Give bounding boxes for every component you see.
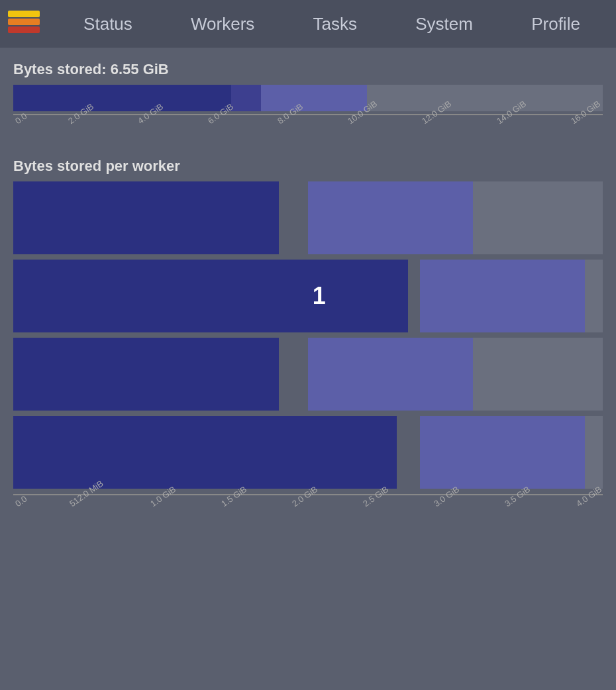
worker-bar-4-dark [13, 416, 397, 489]
x-ticks: 0.0 2.0 GiB 4.0 GiB 6.0 GiB 8.0 GiB [13, 115, 603, 128]
x-tick-10: 10.0 GiB [346, 115, 380, 128]
bytes-per-worker-chart: Bytes stored per worker 1 [13, 158, 603, 518]
worker-x-tick-3.5g: 3.5 GiB [503, 498, 531, 511]
bytes-stored-bar: 0.0 2.0 GiB 4.0 GiB 6.0 GiB 8.0 GiB [13, 85, 603, 138]
worker-x-axis: 0.0 512.0 MiB 1.0 GiB 1.5 GiB 2.0 GiB 2.… [13, 494, 603, 518]
worker-x-tick-0: 0.0 [13, 498, 25, 511]
nav-tasks[interactable]: Tasks [300, 7, 370, 41]
worker-x-tick-2g: 2.0 GiB [290, 498, 319, 511]
x-tick-4: 4.0 GiB [136, 115, 164, 128]
x-tick-8: 8.0 GiB [276, 115, 304, 128]
worker-bar-2: 1 [13, 260, 603, 332]
worker-bar-4 [13, 416, 603, 489]
nav-status[interactable]: Status [70, 7, 146, 41]
bar-segment-dark [13, 85, 231, 111]
bar-segment-light [261, 85, 367, 111]
worker-x-tick-2.5g: 2.5 GiB [361, 498, 389, 511]
bytes-stored-chart: Bytes stored: 6.55 GiB 0.0 2.0 GiB [13, 61, 603, 138]
navbar: Status Workers Tasks System Profile [0, 0, 616, 48]
worker-bar-1-dark [13, 181, 279, 254]
svg-rect-2 [8, 11, 40, 17]
x-tick-14: 14.0 GiB [495, 115, 529, 128]
worker-bar-3-light [308, 338, 473, 411]
nav-profile[interactable]: Profile [518, 7, 593, 41]
bar-segment-medium [231, 85, 261, 111]
worker-bar-2-dark [13, 260, 408, 332]
worker-bar-1 [13, 181, 603, 254]
worker-x-tick-4g: 4.0 GiB [574, 498, 603, 511]
worker-bars: 1 [13, 181, 603, 489]
bytes-stored-title: Bytes stored: 6.55 GiB [13, 61, 603, 78]
chart-number-label: 1 [313, 282, 326, 310]
worker-bar-3-dark [13, 338, 279, 411]
nav-workers[interactable]: Workers [178, 7, 268, 41]
main-content: Bytes stored: 6.55 GiB 0.0 2.0 GiB [0, 48, 616, 518]
worker-x-tick-512: 512.0 MiB [68, 498, 107, 511]
logo-icon [7, 7, 41, 41]
x-tick-16: 16.0 GiB [569, 115, 603, 128]
worker-x-tick-3g: 3.0 GiB [432, 498, 460, 511]
worker-bar-1-light [308, 181, 473, 254]
bytes-per-worker-title: Bytes stored per worker [13, 158, 603, 175]
nav-links: Status Workers Tasks System Profile [54, 7, 609, 41]
worker-bar-4-light [420, 416, 585, 489]
x-tick-6: 6.0 GiB [206, 115, 234, 128]
worker-x-tick-1.5g: 1.5 GiB [219, 498, 248, 511]
svg-rect-1 [8, 19, 40, 25]
worker-bar-3 [13, 338, 603, 411]
x-tick-12: 12.0 GiB [420, 115, 454, 128]
x-tick-2: 2.0 GiB [66, 115, 95, 128]
nav-system[interactable]: System [402, 7, 486, 41]
bytes-stored-x-axis: 0.0 2.0 GiB 4.0 GiB 6.0 GiB 8.0 GiB [13, 114, 603, 138]
worker-x-ticks: 0.0 512.0 MiB 1.0 GiB 1.5 GiB 2.0 GiB 2.… [13, 498, 603, 511]
worker-x-tick-1g: 1.0 GiB [148, 498, 177, 511]
worker-bar-2-light [420, 260, 585, 332]
svg-rect-0 [8, 26, 40, 33]
x-tick-0: 0.0 [13, 115, 25, 128]
